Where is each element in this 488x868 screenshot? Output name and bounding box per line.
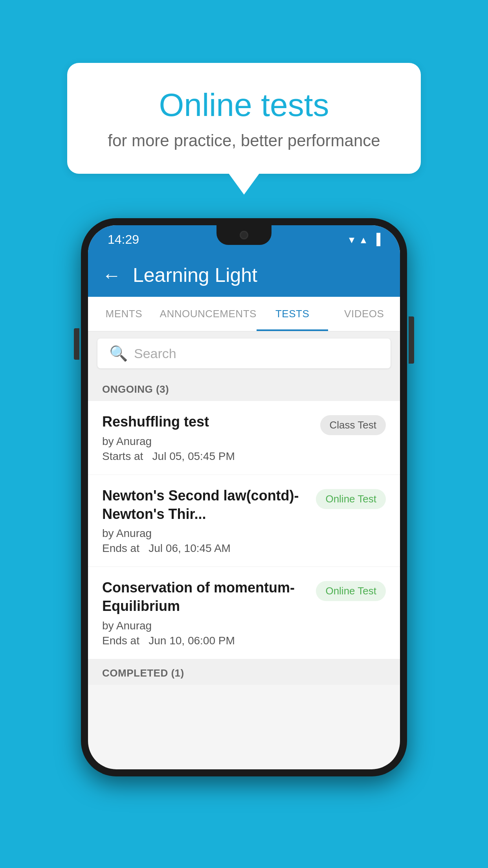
search-placeholder: Search — [134, 346, 176, 361]
test-item[interactable]: Newton's Second law(contd)-Newton's Thir… — [88, 475, 400, 567]
wifi-icon: ▾ — [349, 233, 354, 246]
battery-icon: ▐ — [372, 233, 380, 246]
test-item-info: Conservation of momentum-Equilibrium by … — [102, 579, 308, 647]
tab-tests[interactable]: TESTS — [257, 297, 328, 331]
app-title: Learning Light — [133, 264, 257, 287]
test-time-value: Jul 06, 10:45 AM — [149, 542, 231, 554]
tab-videos[interactable]: VIDEOS — [328, 297, 400, 331]
promo-bubble: Online tests for more practice, better p… — [67, 63, 421, 195]
bubble-subtitle: for more practice, better performance — [99, 131, 389, 150]
test-badge-online: Online Test — [316, 489, 386, 509]
bubble-tail — [228, 173, 260, 195]
test-name: Newton's Second law(contd)-Newton's Thir… — [102, 487, 308, 524]
test-time: Ends at Jun 10, 06:00 PM — [102, 634, 308, 647]
tabs-bar: MENTS ANNOUNCEMENTS TESTS VIDEOS — [88, 297, 400, 331]
test-item-info: Newton's Second law(contd)-Newton's Thir… — [102, 487, 308, 555]
ongoing-section-header: ONGOING (3) — [88, 375, 400, 401]
test-item[interactable]: Reshuffling test by Anurag Starts at Jul… — [88, 401, 400, 475]
test-time-value: Jun 10, 06:00 PM — [149, 634, 235, 647]
test-author: by Anurag — [102, 435, 312, 448]
status-icons: ▾ ▴ ▐ — [349, 233, 380, 246]
test-time-value: Jul 05, 05:45 PM — [152, 450, 235, 462]
bubble-title: Online tests — [99, 86, 389, 123]
status-time: 14:29 — [108, 232, 139, 247]
test-time-label: Starts at — [102, 450, 143, 462]
speech-bubble: Online tests for more practice, better p… — [67, 63, 421, 174]
test-author: by Anurag — [102, 620, 308, 632]
search-bar: 🔍 Search — [88, 331, 400, 375]
phone-screen: 14:29 ▾ ▴ ▐ ← Learning Light MENTS ANNOU… — [88, 225, 400, 769]
status-bar: 14:29 ▾ ▴ ▐ — [88, 225, 400, 254]
signal-icon: ▴ — [361, 233, 366, 246]
back-button[interactable]: ← — [102, 265, 121, 286]
tab-announcements[interactable]: ANNOUNCEMENTS — [160, 297, 257, 331]
test-badge-class: Class Test — [320, 415, 386, 435]
test-badge-online: Online Test — [316, 581, 386, 601]
phone-outer-frame: 14:29 ▾ ▴ ▐ ← Learning Light MENTS ANNOU… — [81, 218, 407, 776]
test-time: Ends at Jul 06, 10:45 AM — [102, 542, 308, 555]
app-bar: ← Learning Light — [88, 254, 400, 297]
test-name: Conservation of momentum-Equilibrium — [102, 579, 308, 616]
phone-mockup: 14:29 ▾ ▴ ▐ ← Learning Light MENTS ANNOU… — [81, 218, 407, 776]
search-icon: 🔍 — [109, 345, 128, 362]
content-area: ONGOING (3) Reshuffling test by Anurag S… — [88, 375, 400, 685]
test-time: Starts at Jul 05, 05:45 PM — [102, 450, 312, 463]
test-item[interactable]: Conservation of momentum-Equilibrium by … — [88, 567, 400, 659]
test-author: by Anurag — [102, 527, 308, 540]
search-input[interactable]: 🔍 Search — [97, 338, 391, 368]
tab-ments[interactable]: MENTS — [88, 297, 160, 331]
test-name: Reshuffling test — [102, 413, 312, 431]
test-time-label: Ends at — [102, 634, 139, 647]
test-time-label: Ends at — [102, 542, 139, 554]
camera — [240, 231, 248, 239]
test-item-info: Reshuffling test by Anurag Starts at Jul… — [102, 413, 312, 463]
notch — [216, 225, 272, 245]
completed-section-header: COMPLETED (1) — [88, 659, 400, 685]
